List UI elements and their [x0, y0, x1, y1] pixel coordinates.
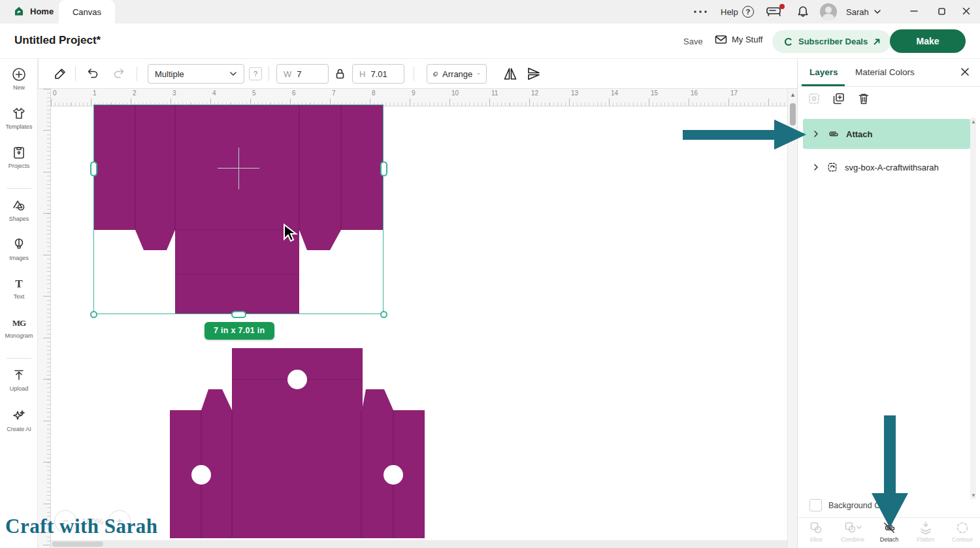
close-button[interactable]: [960, 5, 972, 17]
combine-button[interactable]: Combine: [834, 518, 871, 548]
horizontal-scrollbar-thumb[interactable]: [52, 541, 103, 547]
scroll-down-icon[interactable]: ▼: [971, 492, 975, 498]
ruler-vertical: 23456789101112: [38, 89, 51, 548]
selection-type-dropdown[interactable]: Multiple: [148, 64, 244, 84]
subscriber-deals-button[interactable]: Subscriber Deals: [772, 30, 891, 53]
new-plus-icon: [11, 67, 27, 82]
expand-chevron-icon[interactable]: [812, 130, 820, 138]
sidebar-item-text[interactable]: T Text: [0, 277, 38, 300]
help-button[interactable]: Help ?: [721, 6, 754, 18]
resize-handle-right[interactable]: [380, 161, 387, 176]
contour-button[interactable]: Contour: [944, 518, 980, 548]
my-stuff-label: My Stuff: [732, 35, 762, 44]
slice-button[interactable]: Slice: [798, 518, 834, 548]
selection-center-cross: [238, 148, 239, 189]
panel-close-icon[interactable]: [958, 65, 972, 78]
sidebar-item-create-ai[interactable]: Create AI: [0, 408, 38, 432]
canvas-tab-label: Canvas: [73, 7, 101, 17]
design-canvas[interactable]: 23456789101112 0123456789101112131415161…: [38, 89, 787, 548]
flatten-icon: [919, 521, 933, 535]
resize-handle-left[interactable]: [90, 161, 97, 176]
restore-button[interactable]: [936, 5, 947, 17]
resize-handle-bottom[interactable]: [231, 311, 246, 318]
home-tab[interactable]: Home: [13, 5, 54, 17]
attach-paperclip-icon: [826, 127, 840, 140]
sidebar-label: Images: [0, 255, 38, 261]
sidebar-item-new[interactable]: New: [0, 67, 38, 91]
height-value: 7.01: [370, 69, 387, 79]
sidebar-item-upload[interactable]: Upload: [0, 368, 38, 392]
height-input[interactable]: H 7.01: [352, 64, 404, 84]
envelope-icon: [715, 35, 727, 44]
account-menu[interactable]: Sarah: [820, 3, 882, 20]
create-ai-sparkle-icon: [11, 408, 27, 424]
sidebar-label: Projects: [0, 163, 38, 169]
ruler-number: 17: [728, 89, 768, 97]
flip-vertical-button[interactable]: [526, 66, 542, 82]
sidebar-item-shapes[interactable]: Shapes: [0, 198, 38, 222]
edit-pencil-button[interactable]: [53, 67, 67, 81]
sidebar-item-templates[interactable]: Templates: [0, 106, 38, 130]
annotation-arrow-detach: [870, 415, 909, 530]
resize-handle-bottom-right[interactable]: [380, 311, 387, 318]
machine-button[interactable]: [766, 6, 783, 18]
layer-row-attach[interactable]: Attach: [803, 119, 970, 149]
lock-ratio-button[interactable]: [335, 68, 345, 80]
notifications-button[interactable]: [796, 5, 809, 18]
undo-button[interactable]: [86, 67, 100, 80]
lock-icon: [335, 68, 345, 80]
panel-scrollbar[interactable]: ▲ ▼: [970, 118, 976, 500]
sidebar-item-monogram[interactable]: MG Monogram: [0, 316, 38, 339]
width-input[interactable]: W 7: [276, 64, 329, 84]
ruler-number: 14: [609, 89, 649, 97]
resize-handle-bottom-left[interactable]: [90, 311, 97, 318]
shapes-icon: [11, 198, 27, 214]
project-title: Untitled Project*: [14, 34, 101, 47]
slice-icon: [809, 521, 823, 535]
scroll-up-icon[interactable]: ▲: [790, 92, 796, 98]
canvas-tab[interactable]: Canvas: [59, 0, 115, 24]
upload-icon: [11, 368, 27, 383]
ruler-number: 12: [529, 89, 569, 97]
action-label: Flatten: [907, 536, 944, 543]
tab-layers[interactable]: Layers: [809, 67, 838, 77]
layer-row-svg-box[interactable]: svg-box-A-craftwithsarah: [803, 157, 970, 178]
expand-chevron-icon[interactable]: [812, 163, 820, 171]
ruler-number: 5: [250, 89, 290, 97]
mystery-help-box[interactable]: ?: [249, 67, 262, 80]
scroll-up-icon[interactable]: ▲: [971, 119, 975, 125]
divider: [137, 67, 137, 81]
arrange-dropdown[interactable]: Arrange: [427, 64, 487, 84]
select-all-icon[interactable]: [807, 91, 821, 106]
redo-button[interactable]: [112, 67, 126, 80]
save-button[interactable]: Save: [683, 37, 703, 46]
ruler-number: 4: [210, 89, 250, 97]
sidebar-label: Create AI: [0, 426, 38, 432]
horizontal-scrollbar[interactable]: [51, 540, 787, 548]
flip-vertical-icon: [526, 66, 542, 82]
sidebar-item-projects[interactable]: Projects: [0, 145, 38, 169]
background-color-swatch[interactable]: [809, 499, 822, 511]
make-button[interactable]: Make: [890, 29, 966, 53]
trash-icon[interactable]: [857, 91, 871, 106]
panel-tabs: Layers Material Colors: [798, 59, 980, 87]
duplicate-icon[interactable]: [832, 91, 846, 106]
ruler-number: 3: [38, 146, 65, 159]
ruler-h-numbers: 01234567891011121314151617: [51, 89, 768, 97]
sidebar-item-images[interactable]: Images: [0, 237, 38, 261]
overflow-menu-button[interactable]: [693, 9, 710, 14]
ruler-number: 10: [449, 89, 489, 97]
tab-material-colors[interactable]: Material Colors: [855, 67, 915, 77]
vertical-scrollbar[interactable]: ▲: [787, 89, 797, 548]
selection-bounding-box[interactable]: [93, 105, 384, 314]
ruler-number: 2: [131, 89, 171, 97]
top-window-bar: Home Canvas Help ? Sarah: [0, 0, 980, 24]
ruler-number: 8: [370, 89, 410, 97]
flip-horizontal-button[interactable]: [502, 66, 518, 82]
flatten-button[interactable]: Flatten: [907, 518, 944, 548]
ruler-number: 11: [489, 89, 529, 97]
sidebar-label: Shapes: [0, 216, 38, 222]
text-tool-icon: T: [0, 277, 38, 291]
my-stuff-button[interactable]: My Stuff: [715, 35, 762, 44]
minimize-button[interactable]: [908, 5, 920, 17]
